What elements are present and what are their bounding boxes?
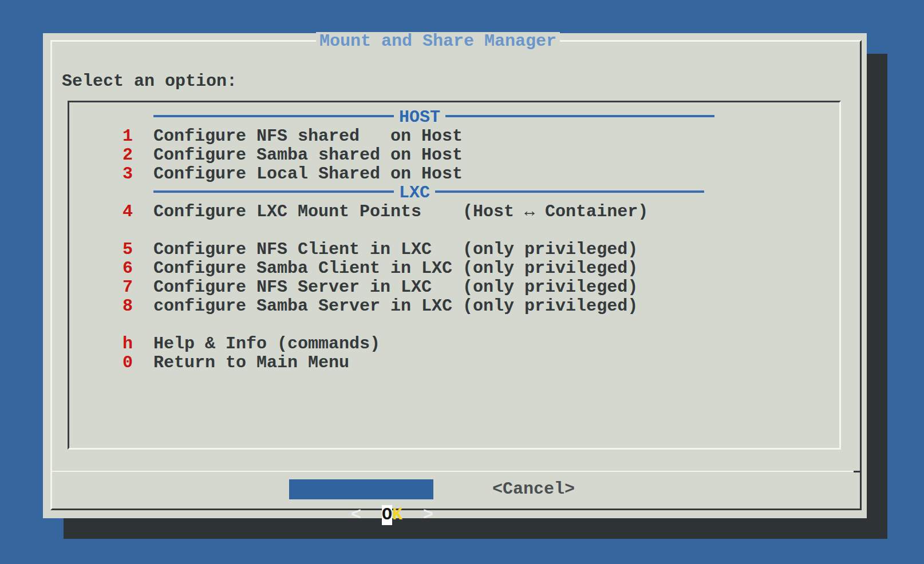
ok-gap <box>402 499 423 519</box>
section-separator-host: HOST <box>69 108 839 127</box>
ok-gap <box>361 499 382 519</box>
menu-item-label: Configure Samba Client in LXC (only priv… <box>153 259 638 278</box>
menu-item-key: 5 <box>123 240 153 259</box>
separator-rule-left <box>153 190 394 193</box>
menu-box: HOST1Configure NFS shared on Host2Config… <box>68 101 841 450</box>
ok-cursor-block: O <box>382 505 392 525</box>
menu-item-2[interactable]: 2Configure Samba shared on Host <box>69 146 839 165</box>
prompt-text: Select an option: <box>62 72 237 91</box>
menu-item-7[interactable]: 7Configure NFS Server in LXC (only privi… <box>69 278 839 297</box>
separator-rule-right <box>435 190 704 193</box>
menu-spacer <box>69 316 839 335</box>
menu-item-key: 0 <box>123 354 153 372</box>
menu-item-key: 4 <box>123 202 153 221</box>
section-label: HOST <box>394 108 445 127</box>
cancel-button[interactable]: <Cancel> <box>492 479 575 499</box>
ok-right-angle: > <box>423 505 433 525</box>
menu-item-key: 3 <box>123 165 153 184</box>
menu-item-label: Return to Main Menu <box>153 353 349 372</box>
menu-item-label: Configure Local Shared on Host <box>153 164 463 184</box>
menu-item-3[interactable]: 3Configure Local Shared on Host <box>69 165 839 184</box>
menu-item-1[interactable]: 1Configure NFS shared on Host <box>69 127 839 146</box>
separator-rule-left <box>153 115 394 117</box>
separator-rule-right <box>445 115 714 117</box>
menu-item-key: 2 <box>123 146 153 165</box>
dialog-window: Mount and Share Manager Select an option… <box>43 33 867 518</box>
terminal-screen: Mount and Share Manager Select an option… <box>0 0 924 564</box>
dialog-title: Mount and Share Manager <box>316 32 560 51</box>
menu-item-h[interactable]: hHelp & Info (commands) <box>69 335 839 354</box>
menu-item-6[interactable]: 6Configure Samba Client in LXC (only pri… <box>69 259 839 278</box>
menu-item-key: 6 <box>123 259 153 278</box>
menu-item-key: 8 <box>123 297 153 316</box>
menu-item-label: Configure NFS Client in LXC (only privil… <box>153 240 638 259</box>
section-separator-lxc: LXC <box>69 184 839 202</box>
ok-left-angle: < <box>351 505 361 525</box>
menu-list: HOST1Configure NFS shared on Host2Config… <box>69 102 839 372</box>
menu-item-key: h <box>123 335 153 354</box>
menu-item-label: Configure Samba shared on Host <box>153 145 463 165</box>
menu-item-5[interactable]: 5Configure NFS Client in LXC (only privi… <box>69 240 839 259</box>
menu-item-label: Help & Info (commands) <box>153 334 380 354</box>
menu-item-label: Configure NFS shared on Host <box>153 126 463 146</box>
ok-label-rest: K <box>392 505 402 525</box>
menu-spacer <box>69 221 839 240</box>
menu-item-8[interactable]: 8configure Samba Server in LXC (only pri… <box>69 297 839 316</box>
menu-item-label: Configure LXC Mount Points (Host ↔ Conta… <box>153 202 648 221</box>
separator-end-stub <box>854 471 862 472</box>
menu-item-0[interactable]: 0Return to Main Menu <box>69 354 839 372</box>
menu-item-label: configure Samba Server in LXC (only priv… <box>153 296 638 316</box>
menu-item-key: 7 <box>123 278 153 297</box>
menu-item-4[interactable]: 4Configure LXC Mount Points (Host ↔ Cont… <box>69 202 839 221</box>
menu-item-key: 1 <box>123 127 153 146</box>
ok-button[interactable]: <OK> <box>289 479 433 499</box>
section-label: LXC <box>394 183 435 202</box>
menu-item-label: Configure NFS Server in LXC (only privil… <box>153 277 638 297</box>
button-separator-line <box>50 471 862 472</box>
